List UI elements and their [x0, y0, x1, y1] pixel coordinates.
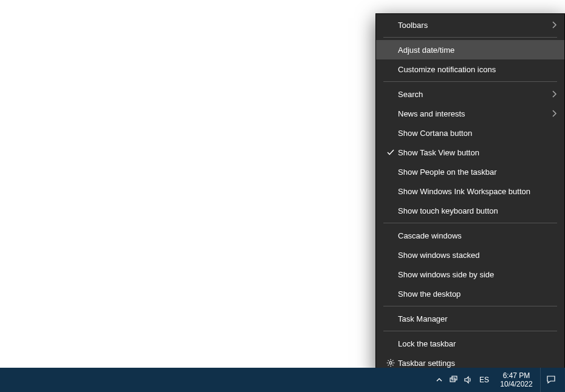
- menu-item-label: Show the desktop: [398, 289, 557, 299]
- svg-point-0: [389, 362, 392, 364]
- svg-line-6: [392, 365, 393, 365]
- svg-line-7: [388, 365, 389, 365]
- menu-item-label: Show Task View button: [398, 148, 557, 157]
- menu-item-label: Show Windows Ink Workspace button: [398, 187, 557, 196]
- menu-item-task-manager[interactable]: Task Manager: [376, 309, 564, 328]
- svg-line-8: [392, 360, 393, 361]
- menu-separator: [383, 223, 557, 223]
- menu-separator: [383, 37, 557, 38]
- checkmark-icon: [383, 148, 398, 157]
- menu-item-label: Customize notification icons: [398, 65, 557, 74]
- menu-item-label: Lock the taskbar: [398, 339, 557, 348]
- taskbar-clock[interactable]: 6:47 PM 10/4/2022: [493, 371, 540, 388]
- menu-item-adjust-datetime[interactable]: Adjust date/time: [376, 40, 564, 59]
- menu-item-show-touch-keyboard[interactable]: Show touch keyboard button: [376, 201, 564, 220]
- system-tray: ES 6:47 PM 10/4/2022: [432, 368, 565, 392]
- menu-item-side-by-side[interactable]: Show windows side by side: [376, 265, 564, 284]
- clock-time: 6:47 PM: [503, 371, 530, 380]
- menu-item-show-desktop[interactable]: Show the desktop: [376, 284, 564, 303]
- menu-item-show-task-view[interactable]: Show Task View button: [376, 143, 564, 162]
- menu-item-label: Show People on the taskbar: [398, 167, 557, 177]
- menu-item-show-ink[interactable]: Show Windows Ink Workspace button: [376, 181, 564, 201]
- gear-icon: [383, 359, 398, 367]
- menu-item-label: Toolbars: [398, 21, 552, 30]
- taskbar-context-menu: Toolbars Adjust date/time Customize noti…: [375, 13, 565, 374]
- network-icon[interactable]: [447, 368, 461, 392]
- menu-item-label: News and interests: [398, 109, 552, 118]
- menu-item-customize-icons[interactable]: Customize notification icons: [376, 59, 564, 79]
- svg-line-5: [388, 360, 389, 361]
- taskbar[interactable]: ES 6:47 PM 10/4/2022: [0, 368, 565, 392]
- menu-item-label: Show Cortana button: [398, 129, 557, 138]
- menu-item-label: Show windows stacked: [398, 251, 557, 260]
- language-indicator[interactable]: ES: [476, 376, 493, 384]
- menu-item-label: Show windows side by side: [398, 270, 557, 279]
- menu-item-news-interests[interactable]: News and interests: [376, 104, 564, 123]
- menu-item-label: Search: [398, 90, 552, 99]
- action-center-icon[interactable]: [540, 368, 561, 392]
- chevron-right-icon: [552, 21, 557, 29]
- menu-item-show-cortana[interactable]: Show Cortana button: [376, 123, 564, 143]
- menu-item-label: Cascade windows: [398, 231, 557, 240]
- menu-item-cascade[interactable]: Cascade windows: [376, 226, 564, 245]
- menu-item-label: Show touch keyboard button: [398, 206, 557, 215]
- menu-separator: [383, 331, 557, 331]
- menu-item-show-people[interactable]: Show People on the taskbar: [376, 162, 564, 181]
- menu-item-stacked[interactable]: Show windows stacked: [376, 245, 564, 265]
- chevron-right-icon: [552, 90, 557, 98]
- menu-item-label: Taskbar settings: [398, 359, 557, 368]
- tray-overflow-icon[interactable]: [432, 368, 447, 392]
- menu-item-lock-taskbar[interactable]: Lock the taskbar: [376, 334, 564, 353]
- menu-item-search[interactable]: Search: [376, 84, 564, 104]
- menu-item-label: Task Manager: [398, 314, 557, 323]
- clock-date: 10/4/2022: [500, 380, 532, 388]
- menu-separator: [383, 81, 557, 82]
- menu-item-toolbars[interactable]: Toolbars: [376, 15, 564, 35]
- volume-icon[interactable]: [461, 368, 476, 392]
- menu-item-label: Adjust date/time: [398, 46, 557, 55]
- chevron-right-icon: [552, 110, 557, 117]
- menu-separator: [383, 306, 557, 306]
